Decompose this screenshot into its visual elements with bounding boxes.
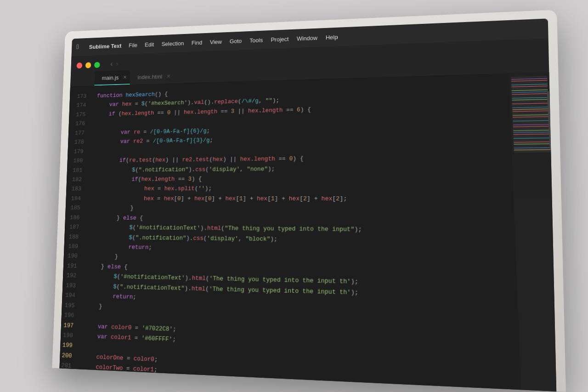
back-arrow-icon[interactable]: ‹ <box>109 60 113 68</box>
minimap-line <box>514 151 551 152</box>
menu-view[interactable]: View <box>210 38 222 45</box>
ln-180: 180 <box>66 156 88 165</box>
minimap-line <box>512 97 548 98</box>
minimap-line <box>514 145 550 147</box>
tab-main-js-label: main.js <box>102 74 119 81</box>
ln-191: 191 <box>59 261 82 271</box>
ln-174: 174 <box>69 101 91 110</box>
minimap-line <box>511 87 548 89</box>
menu-help[interactable]: Help <box>326 33 338 40</box>
ln-190: 190 <box>60 251 83 261</box>
minimap-line <box>511 81 548 83</box>
tab-index-html-label: index.html <box>137 73 162 80</box>
minimap-line <box>513 120 549 122</box>
minimap-line <box>513 122 549 124</box>
minimap-line <box>514 141 550 142</box>
ln-196: 196 <box>59 310 79 320</box>
ln-187: 187 <box>62 222 85 232</box>
minimap-line <box>512 106 549 108</box>
minimap-line <box>512 102 549 104</box>
tab-index-html[interactable]: index.html ✕ <box>130 68 174 85</box>
minimap-line <box>513 125 550 127</box>
minimap-line <box>512 95 548 97</box>
tab-main-js[interactable]: main.js ✕ <box>94 70 130 85</box>
menu-window[interactable]: Window <box>297 34 317 41</box>
minimap-line <box>512 101 548 102</box>
menu-sublime-text[interactable]: Sublime Text <box>89 42 122 50</box>
ln-197: 197 <box>59 320 79 331</box>
minimap-line <box>511 89 548 91</box>
ln-198: 198 <box>59 330 78 341</box>
minimap-line <box>511 85 548 87</box>
screen-bezel:  Sublime Text File Edit Selection Find … <box>59 18 556 391</box>
ln-181: 181 <box>65 165 87 175</box>
code-editor[interactable]: function hexSearch() { var hex = $('#hex… <box>76 73 521 391</box>
minimize-button[interactable] <box>85 62 91 68</box>
minimap-line <box>512 112 549 114</box>
ln-186: 186 <box>62 213 85 222</box>
minimap-line <box>514 139 550 141</box>
ln-175: 175 <box>68 110 91 119</box>
ln-173: 173 <box>69 91 91 101</box>
minimap-line <box>513 133 550 135</box>
ln-176: 176 <box>68 119 90 129</box>
ln-200: 200 <box>59 350 77 361</box>
laptop-outer:  Sublime Text File Edit Selection Find … <box>52 10 566 392</box>
maximize-button[interactable] <box>94 62 100 68</box>
tab-main-js-close-icon[interactable]: ✕ <box>123 74 127 80</box>
nav-arrows: ‹ › <box>109 60 119 68</box>
ln-182: 182 <box>64 175 87 184</box>
ln-188: 188 <box>61 232 84 242</box>
minimap-line <box>513 127 550 129</box>
ln-177: 177 <box>67 128 90 138</box>
ln-194: 194 <box>59 290 80 301</box>
minimap-line <box>514 143 550 144</box>
forward-arrow-icon[interactable]: › <box>115 60 119 68</box>
ln-178: 178 <box>67 137 89 147</box>
minimap-line <box>513 114 549 116</box>
minimap-line <box>511 80 548 81</box>
menu-edit[interactable]: Edit <box>145 41 154 48</box>
minimap-line <box>513 116 549 118</box>
editor: 173 174 175 176 177 178 179 180 181 182 … <box>59 72 556 391</box>
menu-find[interactable]: Find <box>192 39 203 45</box>
ln-193: 193 <box>59 280 81 291</box>
menu-selection[interactable]: Selection <box>161 40 184 47</box>
tab-index-html-close-icon[interactable]: ✕ <box>167 73 171 79</box>
menu-project[interactable]: Project <box>271 35 288 43</box>
minimap-line <box>513 118 549 119</box>
minimap-line <box>512 104 549 106</box>
menu-goto[interactable]: Goto <box>230 37 242 44</box>
minimap-line <box>512 99 548 101</box>
minimap-line <box>514 147 550 148</box>
minimap-line <box>513 135 550 136</box>
ln-202: 202 <box>59 370 76 382</box>
minimap-line <box>511 76 547 78</box>
menu-tools[interactable]: Tools <box>249 36 263 43</box>
ln-203: 203 <box>59 381 75 392</box>
close-button[interactable] <box>77 62 83 68</box>
minimap-line <box>513 130 550 131</box>
minimap-line <box>513 131 550 133</box>
ln-199: 199 <box>59 340 78 351</box>
minimap-content <box>509 72 553 156</box>
ln-189: 189 <box>60 241 83 251</box>
apple-logo-icon:  <box>76 43 80 51</box>
minimap-line <box>512 110 549 112</box>
minimap-line <box>512 93 548 95</box>
minimap-line <box>514 149 550 150</box>
minimap-line <box>511 83 548 85</box>
minimap-line <box>511 78 547 80</box>
ln-183: 183 <box>64 184 86 194</box>
menu-file[interactable]: File <box>129 41 137 48</box>
ln-195: 195 <box>59 300 80 311</box>
minimap-line <box>514 137 550 139</box>
minimap-line <box>512 108 549 110</box>
ln-192: 192 <box>59 270 81 280</box>
ln-179: 179 <box>66 147 89 156</box>
minimap-line <box>513 124 549 125</box>
ln-184: 184 <box>63 193 86 203</box>
ln-201: 201 <box>59 360 76 371</box>
minimap-line <box>512 91 548 93</box>
ln-185: 185 <box>62 203 85 213</box>
